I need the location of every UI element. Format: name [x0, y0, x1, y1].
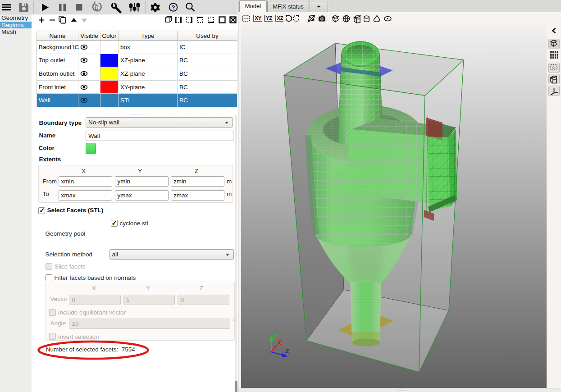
svg-text:X: X	[277, 339, 282, 346]
svg-text:XZ: XZ	[277, 15, 283, 21]
svg-text:Z: Z	[285, 347, 289, 355]
svg-text:YZ: YZ	[266, 15, 272, 21]
svg-text:?: ?	[172, 5, 175, 11]
svg-text:XY: XY	[255, 15, 262, 21]
